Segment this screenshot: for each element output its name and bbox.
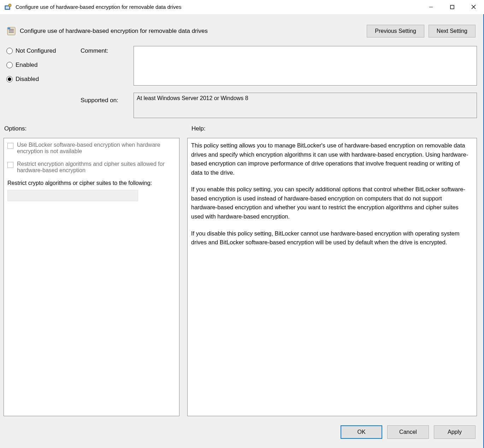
titlebar: Configure use of hardware-based encrypti… bbox=[0, 0, 484, 14]
checkbox-icon bbox=[7, 162, 13, 168]
help-paragraph: If you enable this policy setting, you c… bbox=[191, 185, 470, 221]
help-panel[interactable]: This policy setting allows you to manage… bbox=[187, 138, 477, 416]
radio-icon bbox=[6, 76, 13, 82]
radio-label: Disabled bbox=[16, 76, 39, 83]
dialog-footer: OK Cancel Apply bbox=[0, 420, 483, 448]
close-button[interactable] bbox=[463, 0, 484, 14]
restrict-label: Restrict crypto algorithms or cipher sui… bbox=[7, 180, 176, 186]
supported-on-box: At least Windows Server 2012 or Windows … bbox=[134, 93, 477, 118]
svg-rect-4 bbox=[450, 5, 454, 9]
radio-enabled[interactable]: Enabled bbox=[6, 62, 81, 69]
radio-label: Enabled bbox=[16, 62, 37, 69]
option-label: Use BitLocker software-based encryption … bbox=[17, 142, 176, 155]
help-paragraph: If you disable this policy setting, BitL… bbox=[191, 229, 470, 247]
settings-row: Not Configured Enabled Disabled Comment:… bbox=[0, 44, 483, 122]
help-paragraph: This policy setting allows you to manage… bbox=[191, 141, 470, 177]
help-label: Help: bbox=[191, 125, 206, 132]
field-labels: Comment: Supported on: bbox=[81, 46, 134, 118]
content-area: Configure use of hardware-based encrypti… bbox=[0, 14, 484, 448]
checkbox-icon bbox=[7, 143, 13, 149]
option-label: Restrict encryption algorithms and ciphe… bbox=[17, 161, 176, 174]
radio-disabled[interactable]: Disabled bbox=[6, 76, 81, 83]
option-restrict-algorithms[interactable]: Restrict encryption algorithms and ciphe… bbox=[7, 161, 176, 174]
svg-rect-1 bbox=[6, 6, 9, 9]
window-title: Configure use of hardware-based encrypti… bbox=[16, 4, 420, 10]
radio-icon bbox=[6, 48, 13, 54]
apply-button[interactable]: Apply bbox=[434, 425, 476, 439]
field-inputs: At least Windows Server 2012 or Windows … bbox=[134, 46, 477, 118]
panels-row: Use BitLocker software-based encryption … bbox=[0, 134, 483, 420]
policy-title: Configure use of hardware-based encrypti… bbox=[20, 28, 363, 35]
nav-buttons: Previous Setting Next Setting bbox=[367, 25, 477, 37]
option-software-fallback[interactable]: Use BitLocker software-based encryption … bbox=[7, 142, 176, 155]
state-radio-group: Not Configured Enabled Disabled bbox=[6, 46, 81, 118]
next-setting-button[interactable]: Next Setting bbox=[429, 25, 476, 37]
minimize-button[interactable] bbox=[420, 0, 442, 14]
ok-button[interactable]: OK bbox=[341, 425, 382, 439]
app-icon bbox=[4, 3, 12, 11]
radio-label: Not Configured bbox=[16, 47, 56, 54]
policy-icon bbox=[6, 26, 16, 36]
comment-label: Comment: bbox=[81, 47, 134, 54]
cancel-button[interactable]: Cancel bbox=[387, 425, 429, 439]
svg-point-2 bbox=[8, 4, 11, 7]
options-panel: Use BitLocker software-based encryption … bbox=[4, 138, 179, 416]
radio-not-configured[interactable]: Not Configured bbox=[6, 47, 81, 54]
policy-header: Configure use of hardware-based encrypti… bbox=[0, 14, 483, 44]
section-labels: Options: Help: bbox=[0, 122, 483, 134]
svg-rect-11 bbox=[8, 28, 10, 29]
previous-setting-button[interactable]: Previous Setting bbox=[367, 25, 424, 37]
maximize-button[interactable] bbox=[442, 0, 463, 14]
options-label: Options: bbox=[4, 125, 181, 132]
comment-textarea[interactable] bbox=[134, 46, 477, 86]
window-controls bbox=[420, 0, 484, 14]
supported-on-label: Supported on: bbox=[81, 97, 134, 104]
restrict-input[interactable] bbox=[7, 190, 138, 201]
radio-icon bbox=[6, 62, 13, 68]
